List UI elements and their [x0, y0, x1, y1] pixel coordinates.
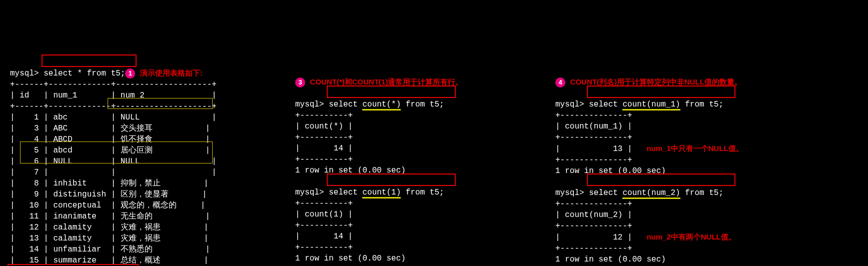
table-row: | 7 | | | [10, 167, 245, 178]
table-row: | 1 | abc | NULL | [10, 112, 245, 123]
result-line: +----------+ [295, 154, 505, 165]
note-num2-null: num_2中有两个NULL值。 [646, 232, 735, 241]
prompt: mysql> [10, 69, 39, 78]
badge-3: 3 [295, 78, 305, 88]
terminal-column-2: 3 COUNT(*)和COUNT(1)通常用于计算所有行。 mysql> sel… [295, 66, 505, 266]
terminal-column-3: 4 COUNT(列名)用于计算特定列中非NULL值的数量。 mysql> sel… [555, 66, 805, 266]
result-line: +----------+ [295, 242, 505, 253]
result-line: | count(num_1) | [555, 121, 805, 132]
table-row: | 3 | ABC | 交头接耳 | [10, 123, 245, 134]
table-sep-top: +------+-------------+------------------… [10, 79, 245, 90]
table-row: | 4 | ABCD | 饥不择食 | [10, 134, 245, 145]
table-sep-head: +------+-------------+------------------… [10, 101, 245, 112]
result-line: +--------------+ [555, 243, 805, 254]
result-line: +--------------+ [555, 154, 805, 166]
result-line: +--------------+ [555, 198, 805, 210]
result-line: +----------+ [295, 220, 505, 231]
result-line: +----------+ [295, 110, 505, 121]
result-line: +----------+ [295, 132, 505, 143]
result-line: | count(num_2) | [555, 210, 805, 220]
result-line: 1 row in set (0.00 sec) [295, 165, 505, 176]
result-line: | count(1) | [295, 209, 505, 220]
result-line: | 14 | [295, 231, 505, 242]
section-2-title: COUNT(*)和COUNT(1)通常用于计算所有行。 [310, 78, 463, 86]
table-row: | 10 | conceptual | 观念的，概念的 | [10, 200, 245, 211]
highlight-box-count-star [327, 86, 456, 98]
result-line: 1 row in set (0.00 sec) [295, 253, 505, 264]
result-line: +--------------+ [555, 110, 805, 121]
prompt: mysql> [555, 100, 584, 109]
table-row: | 11 | inanimate | 无生命的 | [10, 211, 245, 222]
badge-4: 4 [555, 78, 565, 88]
section-3-title: COUNT(列名)用于计算特定列中非NULL值的数量。 [570, 78, 742, 86]
result-line: +----------+ [295, 198, 505, 209]
result-line: 1 row in set (0.00 sec) [555, 254, 805, 265]
result-line: | count(*) | [295, 121, 505, 132]
result-line: 1 row in set (0.00 sec) [555, 166, 805, 176]
sql-query-count-1: select count(1) from t5; [329, 188, 444, 198]
prompt: mysql> [555, 188, 584, 198]
highlight-box-count-num1 [587, 86, 735, 98]
table-row: | 12 | calamity | 灾难，祸患 | [10, 222, 245, 233]
prompt: mysql> [295, 100, 324, 109]
result-line: | 12 | num_2中有两个NULL值。 [555, 232, 805, 243]
table-row: | 6 | NULL | NULL | [10, 156, 245, 167]
sql-query-count-num1: select count(num_1) from t5; [589, 100, 723, 110]
table-row: | 5 | abcd | 居心叵测 | [10, 145, 245, 156]
terminal-column-1: mysql> select * from t5;1 演示使用表格如下: +---… [10, 56, 245, 266]
table-row: | 14 | unfamiliar | 不熟悉的 | [10, 244, 245, 255]
prompt: mysql> [295, 188, 324, 197]
sql-query-1: select * from t5; [44, 69, 125, 78]
note-num1-null: num_1中只有一个NULL值。 [646, 144, 743, 152]
note-table-intro: 演示使用表格如下: [140, 68, 203, 77]
sql-query-count-star: select count(*) from t5; [329, 100, 444, 110]
result-line: | 14 | [295, 143, 505, 154]
table-row: | 15 | summarize | 总结，概述 | [10, 255, 245, 266]
highlight-box-query1 [42, 54, 137, 67]
result-line: +--------------+ [555, 220, 805, 232]
sql-query-count-num2: select count(num_2) from t5; [589, 188, 723, 199]
table-row: | 9 | distinguish | 区别，使显著 | [10, 189, 245, 200]
result-line: | 13 | num_1中只有一个NULL值。 [555, 143, 805, 154]
table-row: | 13 | calamity | 灾难，祸患 | [10, 233, 245, 244]
badge-1: 1 [125, 68, 135, 78]
table-header: | id | num_1 | num_2 | [10, 90, 245, 101]
table-row: | 8 | inhibit | 抑制，禁止 | [10, 178, 245, 189]
result-line: +--------------+ [555, 132, 805, 143]
